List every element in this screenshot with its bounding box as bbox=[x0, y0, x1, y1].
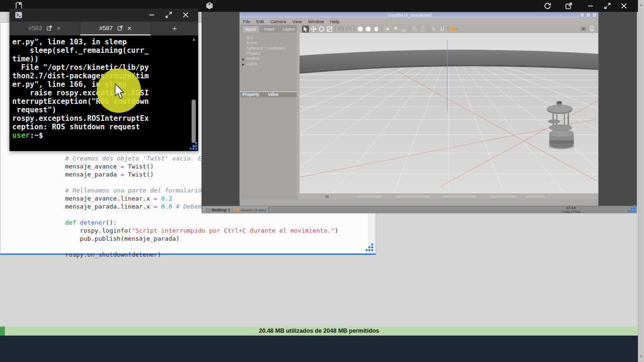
expand-arrow-icon[interactable]: ▶ bbox=[242, 57, 244, 62]
gazebo-minimize-button[interactable] bbox=[580, 13, 585, 17]
tree-item-scene[interactable]: Scene bbox=[246, 41, 297, 46]
expand-arrow-icon[interactable]: ▶ bbox=[242, 62, 244, 67]
memory-usage-text: 20.48 MB utilizados de 2048 MB permitido… bbox=[0, 328, 638, 334]
terminal-line: sleep(self._remaining(curr_ bbox=[12, 46, 198, 55]
close-icon[interactable] bbox=[182, 11, 190, 19]
new-tab-button[interactable]: + bbox=[151, 22, 198, 35]
screenshot-tool-icon[interactable] bbox=[580, 25, 587, 32]
open-external-icon[interactable] bbox=[565, 2, 573, 10]
sun-light-tool-icon[interactable] bbox=[384, 25, 391, 33]
directional-light-tool-icon[interactable] bbox=[400, 25, 407, 33]
panel-tab-insert[interactable]: Insert bbox=[260, 25, 278, 33]
scroll-up-icon[interactable]: ▲ bbox=[638, 3, 644, 7]
translate-tool-icon[interactable] bbox=[310, 25, 317, 33]
vnc-taskbar-gazebo[interactable]: Gazebo (4 simul... bbox=[233, 207, 268, 213]
minimize-icon[interactable] bbox=[148, 11, 156, 19]
menu-view[interactable]: View bbox=[292, 19, 301, 24]
copy-tool-icon[interactable] bbox=[411, 25, 418, 33]
panel-tab-layers[interactable]: Layers bbox=[279, 25, 299, 33]
vnc-clock: 17:14 Friday 09 May bbox=[552, 206, 590, 213]
expand-icon[interactable] bbox=[165, 11, 173, 19]
tab-close-icon[interactable]: × bbox=[127, 25, 132, 31]
gazebo-window: Gazebo (4_simulacion) FileEditCameraView… bbox=[239, 12, 599, 206]
toolbar-separator bbox=[428, 26, 429, 32]
terminal-tab[interactable]: #583× bbox=[9, 22, 80, 34]
terminal-scrollbar[interactable]: ▲ ▼ bbox=[191, 37, 197, 149]
scrollbar-thumb[interactable] bbox=[192, 100, 196, 143]
select-tool-icon[interactable] bbox=[302, 25, 309, 33]
gazebo-toolbar bbox=[300, 25, 598, 34]
sphere-tool-icon[interactable] bbox=[365, 25, 372, 33]
terminal-line: time)) bbox=[12, 55, 198, 63]
paste-tool-icon[interactable] bbox=[419, 25, 427, 33]
code-line: pub.publish(mensaje_parada) bbox=[65, 235, 338, 243]
gazebo-window-title: Gazebo (4_simulacion) bbox=[240, 13, 580, 17]
expand-icon[interactable] bbox=[603, 2, 611, 10]
toolbar-separator bbox=[354, 26, 355, 32]
cube-icon[interactable] bbox=[205, 1, 214, 10]
toolbar-separator bbox=[448, 26, 448, 32]
vnc-taskbar-desktop[interactable]: desktop 1 bbox=[203, 207, 233, 213]
terminal-tab[interactable]: #587× bbox=[80, 22, 151, 35]
menu-camera[interactable]: Camera bbox=[270, 19, 286, 24]
terminal-resize-grip[interactable] bbox=[190, 142, 198, 150]
gazebo-world-tree: GUISceneSpherical CoordinatesPhysics▶Mod… bbox=[240, 33, 297, 67]
gazebo-close-button[interactable] bbox=[592, 13, 597, 17]
terminal-line: er.py", line 103, in sleep bbox=[12, 38, 198, 46]
select-snap-tool-icon[interactable] bbox=[431, 25, 438, 33]
refresh-icon[interactable] bbox=[544, 2, 552, 10]
page-scrollbar[interactable]: ▲ ▼ bbox=[638, 0, 644, 362]
building-editor-tool-icon[interactable] bbox=[450, 25, 457, 33]
logger-tool-icon[interactable] bbox=[588, 25, 595, 32]
rotate-tool-icon[interactable] bbox=[318, 25, 325, 33]
menu-window[interactable]: Window bbox=[308, 19, 324, 24]
scroll-up-icon[interactable]: ▲ bbox=[191, 37, 197, 42]
editor-resize-grip[interactable] bbox=[366, 244, 374, 252]
property-value-body bbox=[240, 97, 297, 200]
pause-icon[interactable] bbox=[326, 195, 329, 198]
vnc-resize-grip[interactable] bbox=[628, 205, 636, 213]
menu-help[interactable]: Help bbox=[330, 19, 340, 24]
gazebo-panel-tabs: WorldInsertLayers bbox=[240, 25, 297, 33]
panel-tab-world[interactable]: World bbox=[242, 25, 259, 33]
tree-item-gui[interactable]: GUI bbox=[246, 35, 297, 41]
menu-file[interactable]: File bbox=[243, 19, 250, 24]
scale-tool-icon[interactable] bbox=[326, 25, 333, 33]
cylinder-tool-icon[interactable] bbox=[373, 25, 380, 33]
tree-item-physics[interactable]: Physics bbox=[246, 51, 297, 56]
desktop-label: desktop 1 bbox=[211, 208, 230, 212]
open-external-icon[interactable] bbox=[117, 25, 123, 31]
gazebo-toolbar-right bbox=[580, 25, 595, 32]
vnc-clock-date: Friday 09 May bbox=[552, 210, 590, 213]
gazebo-maximize-button[interactable] bbox=[586, 13, 591, 17]
open-external-icon[interactable] bbox=[46, 25, 52, 31]
gazebo-playback-bar bbox=[300, 194, 598, 200]
vnc-taskbar: desktop 1 Gazebo (4 simul... 17:14 Frida… bbox=[201, 206, 637, 213]
tree-item-lights[interactable]: ▶Lights bbox=[246, 61, 297, 67]
magnet-tool-icon[interactable] bbox=[439, 25, 446, 33]
desktop-icon bbox=[206, 208, 210, 212]
menu-edit[interactable]: Edit bbox=[256, 19, 264, 24]
gazebo-titlebar[interactable]: Gazebo (4_simulacion) bbox=[240, 12, 598, 18]
gazebo-taskbar-label: Gazebo (4 simul... bbox=[241, 208, 266, 212]
gazebo-menubar: FileEditCameraViewWindowHelp bbox=[240, 18, 598, 25]
gazebo-3d-viewport[interactable] bbox=[300, 33, 598, 194]
tree-item-models[interactable]: ▶Models bbox=[246, 56, 297, 61]
property-column-header: Property bbox=[243, 92, 259, 97]
bulb-light-tool-icon[interactable] bbox=[392, 25, 399, 33]
value-column-header: Value bbox=[268, 92, 278, 97]
terminal-line: ception: ROS shutdown request bbox=[12, 123, 198, 131]
undo-tool-icon[interactable] bbox=[337, 25, 344, 33]
terminal-icon bbox=[15, 11, 23, 19]
box-tool-icon[interactable] bbox=[357, 25, 364, 33]
toolbar-separator bbox=[382, 26, 382, 32]
minimize-icon[interactable] bbox=[586, 2, 594, 10]
tab-close-icon[interactable]: × bbox=[57, 25, 61, 31]
code-line: def detener(): bbox=[65, 219, 338, 227]
tree-item-spherical-coordinates[interactable]: Spherical Coordinates bbox=[246, 46, 297, 51]
close-icon[interactable] bbox=[620, 2, 628, 10]
scroll-down-icon[interactable]: ▼ bbox=[638, 354, 644, 359]
terminal-titlebar bbox=[9, 8, 198, 22]
gazebo-logo-icon bbox=[235, 208, 239, 212]
redo-tool-icon[interactable] bbox=[345, 25, 352, 33]
